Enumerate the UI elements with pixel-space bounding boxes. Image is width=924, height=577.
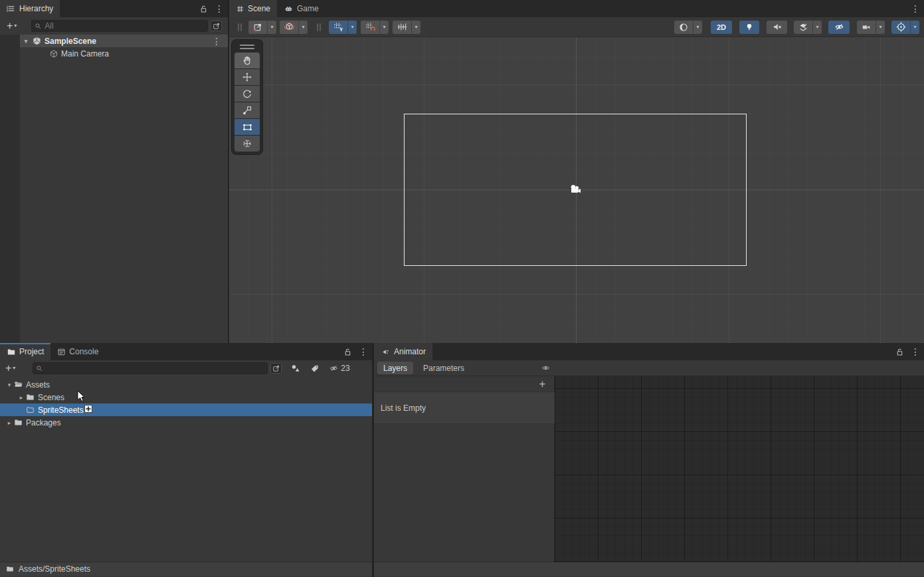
rect-tool-button[interactable]: [234, 119, 260, 135]
scene-menu-icon[interactable]: ⋮: [911, 4, 920, 13]
search-icon: [35, 23, 42, 30]
hierarchy-body[interactable]: ▾ SampleScene ⋮ Main Camera: [0, 35, 228, 343]
scene-tab-label: Scene: [248, 4, 270, 13]
chevron-down-icon: ▾: [13, 366, 15, 371]
rotate-tool-button[interactable]: [234, 86, 260, 102]
unlock-icon[interactable]: [895, 348, 904, 356]
tab-scene[interactable]: Scene: [229, 0, 277, 17]
project-tabstrip: Project Console ⋮: [0, 343, 372, 360]
hierarchy-row-scene[interactable]: ▾ SampleScene ⋮: [20, 35, 228, 47]
project-search-input[interactable]: [46, 364, 264, 373]
grid-axis-icon: Y: [329, 21, 347, 34]
hierarchy-panel: Hierarchy ⋮ + ▾: [0, 0, 228, 343]
tool-handle-rotation-button[interactable]: ▾: [280, 21, 308, 34]
scene-camera-button[interactable]: ▾: [857, 21, 885, 34]
hierarchy-row-main-camera[interactable]: Main Camera: [20, 47, 228, 60]
effects-button[interactable]: ▾: [794, 21, 822, 34]
tree-row-packages[interactable]: ▸ Packages: [0, 416, 372, 429]
effects-layers-icon: [794, 21, 812, 34]
add-layer-button[interactable]: +: [539, 379, 545, 390]
hidden-count-toggle[interactable]: 23: [328, 364, 349, 373]
filter-by-label-icon[interactable]: [310, 364, 320, 374]
disclosure-open-icon[interactable]: ▾: [20, 38, 32, 45]
tool-handle-position-button[interactable]: ▾: [248, 21, 276, 34]
chevron-down-icon: ▾: [379, 21, 389, 34]
snap-increment-button[interactable]: ▾: [393, 21, 420, 34]
tab-console[interactable]: Console: [50, 343, 105, 360]
draw-mode-button[interactable]: ▾: [674, 21, 702, 34]
animator-graph-area[interactable]: [555, 376, 924, 562]
tree-row-label: Scenes: [35, 393, 64, 402]
parameters-tab-button[interactable]: Parameters: [413, 362, 474, 374]
snap-increment-icon: [393, 21, 411, 34]
rotate-tool-icon: [242, 88, 252, 99]
hidden-objects-button[interactable]: [828, 21, 850, 34]
grid-snapping-button[interactable]: ▾: [361, 21, 389, 34]
2d-toggle-button[interactable]: 2D: [711, 21, 732, 34]
scene-audio-button[interactable]: [767, 21, 787, 34]
grid-line: [880, 37, 881, 343]
project-tab-label: Project: [19, 347, 44, 356]
animator-layers-column: + List is Empty: [374, 376, 555, 562]
chevron-down-icon: ▾: [267, 21, 276, 34]
disclosure-closed-icon[interactable]: ▸: [5, 419, 13, 426]
tree-row-label: Assets: [23, 380, 50, 390]
tab-animator[interactable]: Animator: [374, 343, 432, 360]
layers-tab-button[interactable]: Layers: [377, 362, 413, 374]
unlock-icon[interactable]: [199, 5, 208, 13]
project-tree[interactable]: ▾ Assets ▸ Scenes SpriteSheets: [0, 376, 372, 562]
folder-icon: [13, 418, 23, 427]
disclosure-closed-icon[interactable]: ▸: [17, 394, 25, 401]
unity-editor-window: Hierarchy ⋮ + ▾: [0, 0, 924, 577]
gizmos-button[interactable]: ▾: [891, 21, 919, 34]
disclosure-open-icon[interactable]: ▾: [5, 382, 13, 388]
tree-row-assets[interactable]: ▾ Assets: [0, 378, 372, 391]
move-tool-button[interactable]: [234, 69, 260, 85]
tab-game[interactable]: Game: [277, 0, 325, 17]
gizmos-icon: [891, 21, 910, 34]
view-hand-tool-button[interactable]: [234, 53, 260, 68]
hierarchy-picker-button[interactable]: [211, 21, 222, 31]
toolbar-drag-handle[interactable]: [317, 23, 321, 31]
scene-lighting-button[interactable]: [739, 21, 759, 34]
tab-hierarchy[interactable]: Hierarchy: [0, 0, 60, 17]
scene-toolbar: ▾ ▾ Y ▾ ▾: [229, 17, 924, 37]
project-picker-button[interactable]: [270, 363, 282, 374]
hierarchy-menu-icon[interactable]: ⋮: [215, 4, 224, 13]
chevron-down-icon: ▾: [298, 21, 308, 34]
chevron-down-icon: ▾: [411, 21, 420, 34]
project-create-button[interactable]: + ▾: [5, 363, 15, 374]
search-icon: [36, 365, 43, 372]
gamepad-icon: [284, 5, 294, 13]
animator-menu-icon[interactable]: ⋮: [911, 347, 920, 356]
grid-snapping-magnet-icon: [361, 21, 379, 34]
unlock-icon[interactable]: [343, 348, 352, 356]
scale-tool-button[interactable]: [234, 102, 260, 118]
shaded-mode-icon: [674, 21, 693, 34]
scene-panel: Scene Game ⋮ ▾: [229, 0, 924, 343]
tree-row-spritesheets[interactable]: SpriteSheets: [0, 404, 372, 416]
toolbar-drag-handle[interactable]: [238, 23, 242, 31]
scene-viewport[interactable]: [229, 37, 924, 343]
animator-status-bar: [374, 562, 924, 576]
eye-icon[interactable]: [540, 364, 551, 372]
scene-row-menu-icon[interactable]: ⋮: [212, 37, 221, 46]
tab-project[interactable]: Project: [0, 343, 50, 360]
project-menu-icon[interactable]: ⋮: [359, 347, 368, 356]
chevron-down-icon: ▾: [14, 23, 17, 29]
project-search-field[interactable]: [33, 362, 268, 374]
tree-row-scenes[interactable]: ▸ Scenes: [0, 391, 372, 404]
eye-slash-icon: [828, 21, 850, 34]
grid-visibility-button[interactable]: Y ▾: [329, 21, 357, 34]
animator-tab-label: Animator: [394, 347, 426, 356]
animator-subtoolbar: Layers Parameters: [374, 360, 924, 376]
palette-drag-handle-icon[interactable]: [234, 43, 260, 51]
filter-by-type-icon[interactable]: [290, 363, 301, 374]
camera-gizmo-icon[interactable]: [569, 184, 583, 195]
hierarchy-search-input[interactable]: [45, 21, 205, 31]
hierarchy-search-field[interactable]: [31, 20, 208, 32]
project-folder-icon: [7, 348, 16, 356]
transform-tool-button[interactable]: [234, 136, 260, 152]
folder-icon: [5, 565, 15, 573]
hierarchy-create-button[interactable]: + ▾: [7, 21, 17, 31]
